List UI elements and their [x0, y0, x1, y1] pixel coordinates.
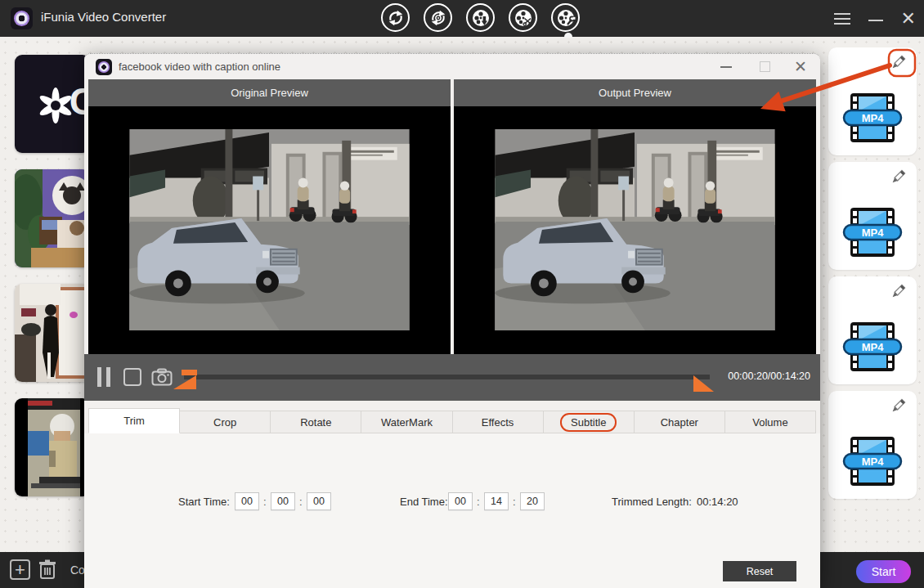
start-hours-input[interactable]	[235, 492, 259, 510]
stop-icon[interactable]	[123, 368, 141, 386]
tab-label: Effects	[482, 416, 514, 429]
output-file-card[interactable]: MP4	[828, 47, 917, 155]
dialog-minimize-icon[interactable]	[720, 66, 732, 68]
app-titlebar: iFunia Video Converter ✕	[0, 0, 924, 37]
tab-label: Rotate	[300, 416, 331, 429]
pencil-edit-icon[interactable]	[889, 283, 907, 301]
police-video-thumbnail[interactable]	[15, 398, 90, 496]
trim-panel: Start Time: : : End Time: : : Trimmed Le…	[84, 433, 820, 588]
tab-label: Volume	[752, 416, 787, 429]
output-file-card[interactable]: MP4	[828, 276, 917, 384]
tab-crop[interactable]: Crop	[180, 411, 271, 433]
original-preview-panel: Original Preview	[88, 79, 451, 354]
output-file-card[interactable]: MP4	[828, 391, 917, 499]
colon-separator: :	[513, 496, 516, 508]
toolbar	[381, 3, 580, 32]
minimize-icon[interactable]	[868, 20, 883, 21]
playback-controls: 00:00:20/00:14:20	[84, 354, 820, 401]
hamburger-menu-icon[interactable]	[834, 13, 850, 25]
trimmed-length-label: Trimmed Length:	[612, 496, 692, 508]
format-badge: MP4	[862, 341, 885, 353]
video-list-left: C	[15, 55, 90, 513]
edit-dialog: facebook video with caption online ✕ Ori…	[84, 53, 820, 588]
dialog-titlebar[interactable]: facebook video with caption online ✕	[84, 53, 820, 79]
format-badge: MP4	[862, 227, 885, 239]
rotate-convert-icon[interactable]	[424, 3, 452, 32]
mp4-file-icon: MP4	[842, 321, 903, 375]
snapshot-camera-icon[interactable]	[151, 368, 173, 389]
film-toolbox-icon[interactable]	[551, 3, 580, 32]
original-preview-label: Original Preview	[88, 79, 451, 106]
format-badge: MP4	[862, 456, 885, 468]
tab-subtitle[interactable]: Subtitle	[544, 411, 635, 433]
trimmed-length-value: 00:14:20	[697, 496, 738, 508]
convert-option-partial-text: Co	[70, 563, 85, 577]
start-button[interactable]: Start	[856, 560, 911, 583]
output-file-card[interactable]: MP4	[828, 162, 917, 270]
tab-label-highlighted: Subtitle	[560, 413, 617, 432]
start-seconds-input[interactable]	[307, 492, 331, 510]
reset-button[interactable]: Reset	[723, 561, 796, 581]
close-icon[interactable]: ✕	[901, 10, 916, 28]
start-minutes-input[interactable]	[271, 492, 295, 510]
timeline-track[interactable]	[184, 375, 710, 379]
dialog-close-icon[interactable]: ✕	[794, 57, 807, 76]
output-file-list: MP4 MP4	[828, 47, 924, 505]
time-display: 00:00:20/00:14:20	[728, 370, 810, 382]
start-time-label: Start Time:	[178, 496, 230, 508]
output-preview-video[interactable]	[454, 106, 816, 354]
output-preview-label: Output Preview	[454, 79, 816, 106]
film-cut-icon[interactable]	[509, 3, 537, 32]
tab-effects[interactable]: Effects	[453, 411, 544, 433]
app-logo-icon	[11, 7, 33, 29]
trim-start-handle[interactable]	[182, 370, 197, 375]
dialog-title: facebook video with caption online	[119, 61, 280, 73]
tab-label: Chapter	[661, 416, 698, 429]
video-frame	[494, 129, 776, 330]
end-minutes-input[interactable]	[484, 492, 509, 510]
pencil-edit-icon[interactable]	[889, 397, 907, 415]
mp4-file-icon: MP4	[842, 207, 903, 261]
boutique-scene	[15, 284, 90, 382]
tab-label: Trim	[123, 415, 145, 427]
dialog-logo-icon	[96, 59, 112, 75]
pet-collective-video-thumbnail[interactable]	[15, 169, 90, 267]
tab-label: Crop	[213, 416, 236, 429]
pause-icon[interactable]	[97, 367, 110, 387]
mp4-file-icon: MP4	[842, 436, 903, 490]
pencil-edit-icon[interactable]	[889, 54, 907, 72]
mp4-file-icon: MP4	[842, 92, 903, 146]
output-preview-panel: Output Preview	[454, 79, 816, 354]
tab-watermark[interactable]: WaterMark	[361, 411, 452, 433]
edit-tabbar: Trim Crop Rotate WaterMark Effects Subti…	[88, 408, 816, 433]
sync-convert-icon[interactable]	[381, 3, 410, 32]
end-time-label: End Time:	[400, 496, 448, 508]
chatgpt-video-thumbnail[interactable]: C	[15, 55, 90, 153]
end-seconds-input[interactable]	[520, 492, 545, 510]
app-title: iFunia Video Converter	[41, 10, 166, 24]
add-file-icon[interactable]: +	[10, 559, 30, 580]
video-frame	[128, 129, 410, 330]
active-tool-indicator	[564, 33, 572, 38]
tab-volume[interactable]: Volume	[725, 411, 816, 433]
film-download-icon[interactable]	[466, 3, 495, 32]
tab-trim[interactable]: Trim	[88, 408, 180, 433]
tab-chapter[interactable]: Chapter	[635, 411, 725, 433]
tab-label: WaterMark	[381, 416, 433, 429]
colon-separator: :	[477, 496, 480, 508]
pet-collective-scene	[15, 169, 90, 267]
dialog-maximize-icon[interactable]	[760, 61, 770, 72]
end-hours-input[interactable]	[448, 492, 473, 510]
colon-separator: :	[299, 496, 303, 508]
pencil-edit-icon[interactable]	[889, 168, 907, 186]
tab-rotate[interactable]: Rotate	[271, 411, 361, 433]
original-preview-video[interactable]	[88, 106, 451, 354]
boutique-video-thumbnail[interactable]	[15, 284, 90, 382]
trash-icon[interactable]	[38, 559, 56, 580]
police-scene	[15, 398, 90, 496]
colon-separator: :	[263, 496, 267, 508]
format-badge: MP4	[862, 112, 885, 124]
